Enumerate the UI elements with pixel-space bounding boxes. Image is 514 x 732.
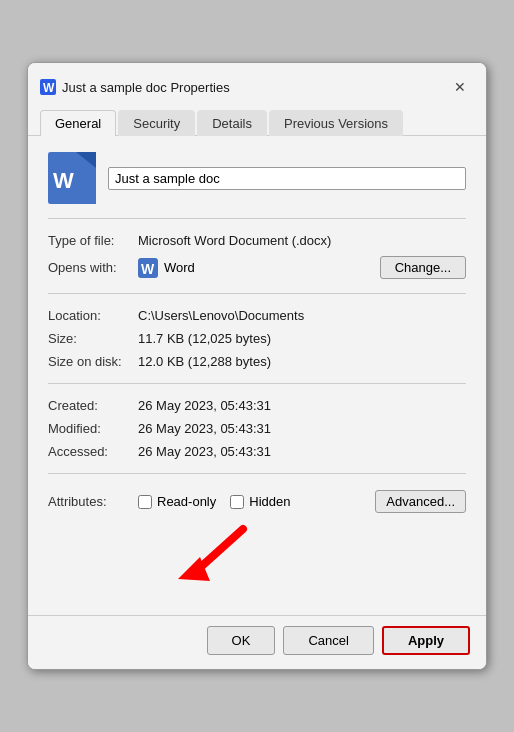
file-header: W (48, 152, 466, 204)
modified-row: Modified: 26 May 2023, 05:43:31 (48, 417, 466, 440)
advanced-button[interactable]: Advanced... (375, 490, 466, 513)
modified-label: Modified: (48, 421, 138, 436)
readonly-checkbox-item: Read-only (138, 494, 216, 509)
checkboxes-area: Read-only Hidden Advanced... (138, 490, 466, 513)
opens-label: Opens with: (48, 260, 138, 275)
hidden-checkbox[interactable] (230, 495, 244, 509)
type-row: Type of file: Microsoft Word Document (.… (48, 229, 466, 252)
type-label: Type of file: (48, 233, 138, 248)
opens-app-name: Word (164, 260, 195, 275)
red-arrow-icon (168, 519, 268, 589)
file-icon: W (48, 152, 96, 204)
readonly-checkbox[interactable] (138, 495, 152, 509)
divider-1 (48, 218, 466, 219)
tab-previous-versions[interactable]: Previous Versions (269, 110, 403, 136)
close-button[interactable]: ✕ (446, 73, 474, 101)
divider-4 (48, 473, 466, 474)
created-value: 26 May 2023, 05:43:31 (138, 398, 466, 413)
location-value: C:\Users\Lenovo\Documents (138, 308, 466, 323)
type-value: Microsoft Word Document (.docx) (138, 233, 466, 248)
cancel-button[interactable]: Cancel (283, 626, 373, 655)
title-word-icon: W (40, 79, 56, 95)
size-label: Size: (48, 331, 138, 346)
change-button[interactable]: Change... (380, 256, 466, 279)
divider-3 (48, 383, 466, 384)
accessed-row: Accessed: 26 May 2023, 05:43:31 (48, 440, 466, 463)
opens-with-content: W Word Change... (138, 256, 466, 279)
created-label: Created: (48, 398, 138, 413)
location-label: Location: (48, 308, 138, 323)
footer: OK Cancel Apply (28, 615, 486, 669)
hidden-checkbox-item: Hidden (230, 494, 290, 509)
size-value: 11.7 KB (12,025 bytes) (138, 331, 466, 346)
size-disk-row: Size on disk: 12.0 KB (12,288 bytes) (48, 350, 466, 373)
filename-input[interactable] (108, 167, 466, 190)
accessed-value: 26 May 2023, 05:43:31 (138, 444, 466, 459)
svg-text:W: W (53, 168, 74, 193)
dialog-title: Just a sample doc Properties (62, 80, 230, 95)
modified-value: 26 May 2023, 05:43:31 (138, 421, 466, 436)
ok-button[interactable]: OK (207, 626, 276, 655)
location-row: Location: C:\Users\Lenovo\Documents (48, 304, 466, 327)
readonly-label: Read-only (157, 494, 216, 509)
hidden-label: Hidden (249, 494, 290, 509)
size-row: Size: 11.7 KB (12,025 bytes) (48, 327, 466, 350)
annotation-arrow-area (48, 519, 466, 599)
tab-bar: General Security Details Previous Versio… (28, 101, 486, 136)
tab-general[interactable]: General (40, 110, 116, 136)
attributes-label: Attributes: (48, 494, 138, 509)
content-area: W Type of file: Microsoft Word Document … (28, 136, 486, 615)
tab-details[interactable]: Details (197, 110, 267, 136)
svg-text:W: W (43, 81, 55, 95)
attributes-row: Attributes: Read-only Hidden Advanced... (48, 484, 466, 519)
opens-with-row: Opens with: W Word Change... (48, 252, 466, 283)
size-disk-value: 12.0 KB (12,288 bytes) (138, 354, 466, 369)
apply-button[interactable]: Apply (382, 626, 470, 655)
accessed-label: Accessed: (48, 444, 138, 459)
tab-security[interactable]: Security (118, 110, 195, 136)
divider-2 (48, 293, 466, 294)
title-bar-left: W Just a sample doc Properties (40, 79, 230, 95)
properties-dialog: W Just a sample doc Properties ✕ General… (27, 62, 487, 670)
title-bar: W Just a sample doc Properties ✕ (28, 63, 486, 101)
svg-text:W: W (141, 261, 155, 277)
size-disk-label: Size on disk: (48, 354, 138, 369)
created-row: Created: 26 May 2023, 05:43:31 (48, 394, 466, 417)
word-app-icon: W (138, 258, 158, 278)
